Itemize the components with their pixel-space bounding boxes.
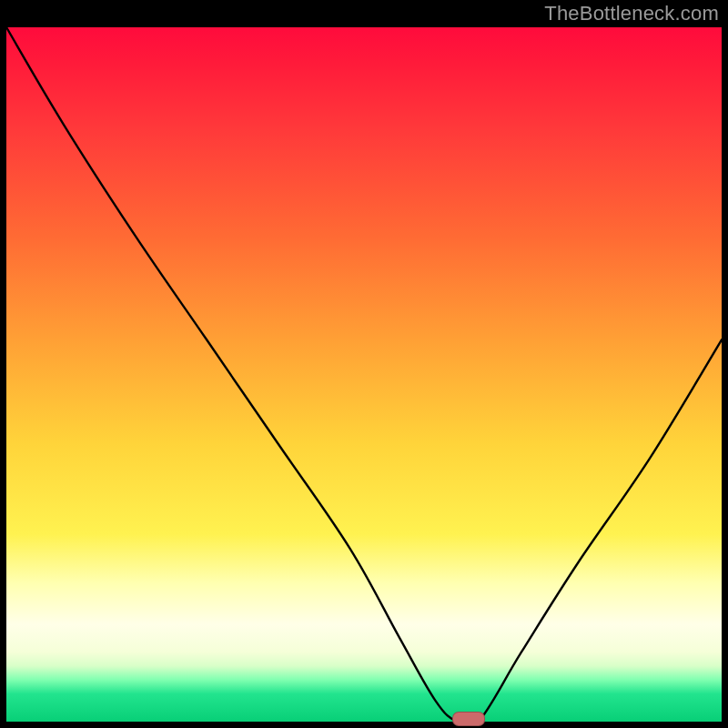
chart-frame: TheBottleneck.com <box>0 0 728 728</box>
watermark-text: TheBottleneck.com <box>544 2 719 25</box>
plot-area <box>6 27 722 722</box>
optimal-marker <box>452 712 485 726</box>
curve-path <box>6 27 722 722</box>
bottleneck-curve <box>6 27 722 722</box>
